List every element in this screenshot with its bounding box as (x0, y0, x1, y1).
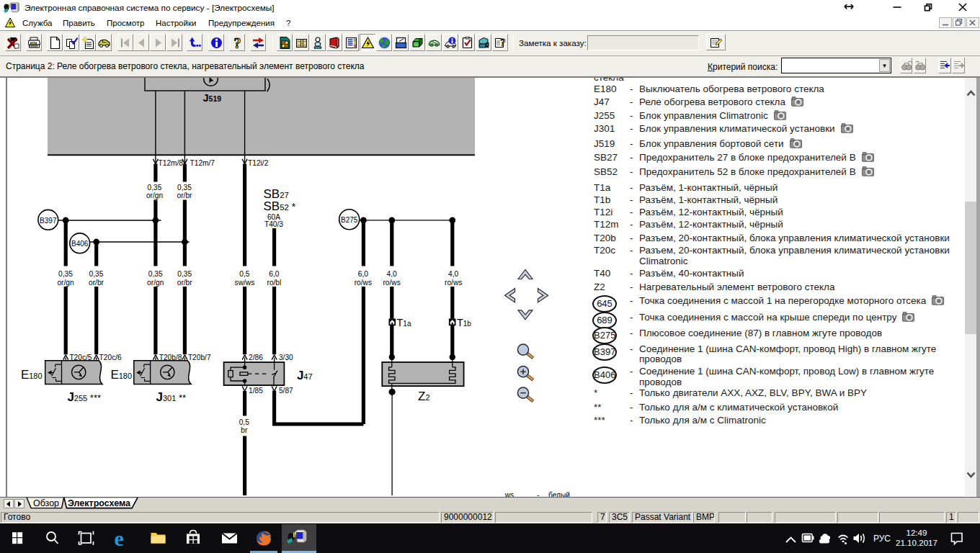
svg-text:белый: белый (548, 491, 570, 498)
svg-text:Обзор: Обзор (33, 498, 59, 508)
svg-text:1/85: 1/85 (249, 387, 263, 395)
svg-text:or/br: or/br (89, 279, 104, 287)
svg-text:T12i/2: T12i/2 (248, 159, 269, 167)
svg-text:T20c/5: T20c/5 (69, 354, 92, 361)
svg-text:br: br (241, 426, 248, 434)
svg-text:SB52 *: SB52 * (264, 199, 296, 213)
svg-text:J47: J47 (297, 369, 313, 382)
svg-text:E180: E180 (110, 368, 132, 382)
svg-text:sw/ws: sw/ws (235, 279, 255, 287)
svg-text:ro/ws: ro/ws (383, 279, 400, 287)
svg-text:T20c/6: T20c/6 (99, 354, 122, 361)
svg-text:0,35: 0,35 (89, 270, 104, 278)
svg-text:e: e (115, 526, 124, 550)
svg-text:B275: B275 (341, 216, 358, 224)
svg-text:4,0: 4,0 (387, 270, 397, 278)
svg-text:J519: J519 (203, 92, 222, 104)
svg-text:or/gn: or/gn (146, 192, 163, 199)
svg-text:T12m/7: T12m/7 (190, 159, 215, 167)
svg-text:J301 **: J301 ** (156, 390, 187, 404)
svg-text:3/30: 3/30 (279, 354, 293, 361)
svg-text:T12m/8: T12m/8 (159, 159, 184, 167)
svg-text:T20b/8: T20b/8 (159, 354, 182, 361)
svg-text:ro/ws: ro/ws (355, 279, 372, 287)
svg-text:2/86: 2/86 (249, 354, 263, 361)
svg-text:-: - (537, 491, 539, 498)
svg-text:0,35: 0,35 (58, 270, 73, 278)
svg-text:?: ? (234, 37, 241, 49)
svg-text:6,0: 6,0 (358, 270, 368, 278)
svg-text:B406: B406 (71, 240, 89, 248)
svg-text:Электросхема: Электросхема (68, 498, 131, 508)
svg-text:T1b: T1b (457, 317, 471, 328)
svg-text:E180: E180 (21, 368, 43, 382)
svg-text:0,5: 0,5 (239, 270, 249, 278)
svg-text:0,5: 0,5 (239, 418, 249, 426)
svg-text:T1a: T1a (397, 317, 411, 328)
svg-text:0,35: 0,35 (177, 270, 192, 278)
svg-text:5/87: 5/87 (279, 387, 293, 395)
svg-text:B397: B397 (40, 217, 57, 225)
svg-text:ro/bl: ro/bl (267, 279, 281, 287)
svg-text:or/gn: or/gn (147, 279, 164, 287)
svg-text:ws: ws (504, 491, 514, 498)
svg-text:6,0: 6,0 (269, 270, 279, 278)
svg-text:or/br: or/br (177, 279, 193, 287)
svg-text:T40/3: T40/3 (264, 220, 283, 228)
svg-text:?: ? (501, 37, 506, 48)
svg-text:ro/ws: ro/ws (445, 279, 462, 287)
svg-text:4,0: 4,0 (448, 270, 458, 278)
svg-text:0,35: 0,35 (148, 270, 163, 278)
svg-text:T20b/7: T20b/7 (188, 354, 211, 361)
svg-text:Z2: Z2 (418, 390, 430, 403)
svg-text:J255 ***: J255 *** (67, 390, 101, 404)
svg-text:or/gn: or/gn (57, 279, 74, 287)
svg-text:or/br: or/br (177, 192, 193, 199)
